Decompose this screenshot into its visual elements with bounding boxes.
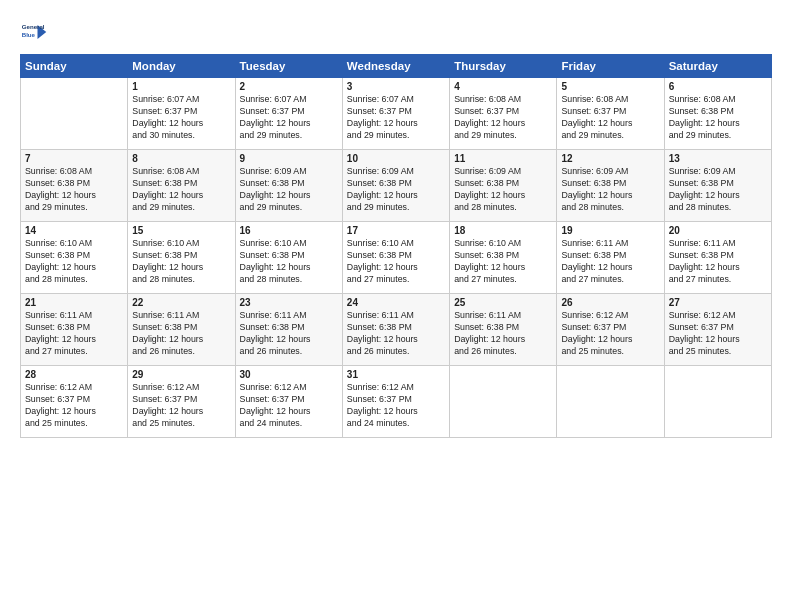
day-cell: 31Sunrise: 6:12 AM Sunset: 6:37 PM Dayli… xyxy=(342,366,449,438)
day-info: Sunrise: 6:12 AM Sunset: 6:37 PM Dayligh… xyxy=(132,382,230,430)
day-number: 24 xyxy=(347,297,445,308)
day-number: 5 xyxy=(561,81,659,92)
day-info: Sunrise: 6:07 AM Sunset: 6:37 PM Dayligh… xyxy=(132,94,230,142)
day-number: 7 xyxy=(25,153,123,164)
calendar-table: SundayMondayTuesdayWednesdayThursdayFrid… xyxy=(20,54,772,438)
col-header-sunday: Sunday xyxy=(21,55,128,78)
day-cell: 5Sunrise: 6:08 AM Sunset: 6:37 PM Daylig… xyxy=(557,78,664,150)
day-number: 6 xyxy=(669,81,767,92)
day-cell: 15Sunrise: 6:10 AM Sunset: 6:38 PM Dayli… xyxy=(128,222,235,294)
day-info: Sunrise: 6:12 AM Sunset: 6:37 PM Dayligh… xyxy=(347,382,445,430)
day-number: 1 xyxy=(132,81,230,92)
day-info: Sunrise: 6:12 AM Sunset: 6:37 PM Dayligh… xyxy=(561,310,659,358)
day-number: 19 xyxy=(561,225,659,236)
day-cell: 25Sunrise: 6:11 AM Sunset: 6:38 PM Dayli… xyxy=(450,294,557,366)
svg-text:Blue: Blue xyxy=(22,31,36,38)
day-cell: 22Sunrise: 6:11 AM Sunset: 6:38 PM Dayli… xyxy=(128,294,235,366)
day-number: 29 xyxy=(132,369,230,380)
day-number: 17 xyxy=(347,225,445,236)
day-cell xyxy=(450,366,557,438)
day-cell: 21Sunrise: 6:11 AM Sunset: 6:38 PM Dayli… xyxy=(21,294,128,366)
day-cell: 9Sunrise: 6:09 AM Sunset: 6:38 PM Daylig… xyxy=(235,150,342,222)
day-cell: 3Sunrise: 6:07 AM Sunset: 6:37 PM Daylig… xyxy=(342,78,449,150)
day-cell: 17Sunrise: 6:10 AM Sunset: 6:38 PM Dayli… xyxy=(342,222,449,294)
header: General Blue xyxy=(20,18,772,46)
day-number: 15 xyxy=(132,225,230,236)
week-row-2: 7Sunrise: 6:08 AM Sunset: 6:38 PM Daylig… xyxy=(21,150,772,222)
day-info: Sunrise: 6:10 AM Sunset: 6:38 PM Dayligh… xyxy=(347,238,445,286)
day-info: Sunrise: 6:09 AM Sunset: 6:38 PM Dayligh… xyxy=(669,166,767,214)
day-info: Sunrise: 6:11 AM Sunset: 6:38 PM Dayligh… xyxy=(240,310,338,358)
day-info: Sunrise: 6:09 AM Sunset: 6:38 PM Dayligh… xyxy=(347,166,445,214)
day-cell: 20Sunrise: 6:11 AM Sunset: 6:38 PM Dayli… xyxy=(664,222,771,294)
day-number: 30 xyxy=(240,369,338,380)
day-info: Sunrise: 6:11 AM Sunset: 6:38 PM Dayligh… xyxy=(669,238,767,286)
day-cell xyxy=(557,366,664,438)
day-number: 3 xyxy=(347,81,445,92)
day-cell: 19Sunrise: 6:11 AM Sunset: 6:38 PM Dayli… xyxy=(557,222,664,294)
day-info: Sunrise: 6:10 AM Sunset: 6:38 PM Dayligh… xyxy=(240,238,338,286)
day-cell: 4Sunrise: 6:08 AM Sunset: 6:37 PM Daylig… xyxy=(450,78,557,150)
day-number: 26 xyxy=(561,297,659,308)
week-row-5: 28Sunrise: 6:12 AM Sunset: 6:37 PM Dayli… xyxy=(21,366,772,438)
day-info: Sunrise: 6:08 AM Sunset: 6:37 PM Dayligh… xyxy=(561,94,659,142)
day-cell: 28Sunrise: 6:12 AM Sunset: 6:37 PM Dayli… xyxy=(21,366,128,438)
day-number: 20 xyxy=(669,225,767,236)
day-info: Sunrise: 6:07 AM Sunset: 6:37 PM Dayligh… xyxy=(240,94,338,142)
day-cell: 1Sunrise: 6:07 AM Sunset: 6:37 PM Daylig… xyxy=(128,78,235,150)
day-cell xyxy=(664,366,771,438)
day-info: Sunrise: 6:09 AM Sunset: 6:38 PM Dayligh… xyxy=(240,166,338,214)
day-number: 28 xyxy=(25,369,123,380)
day-info: Sunrise: 6:09 AM Sunset: 6:38 PM Dayligh… xyxy=(561,166,659,214)
day-info: Sunrise: 6:10 AM Sunset: 6:38 PM Dayligh… xyxy=(132,238,230,286)
day-info: Sunrise: 6:11 AM Sunset: 6:38 PM Dayligh… xyxy=(132,310,230,358)
day-info: Sunrise: 6:12 AM Sunset: 6:37 PM Dayligh… xyxy=(669,310,767,358)
page: General Blue SundayMondayTuesdayWednesda… xyxy=(0,0,792,448)
day-number: 16 xyxy=(240,225,338,236)
col-header-tuesday: Tuesday xyxy=(235,55,342,78)
day-info: Sunrise: 6:07 AM Sunset: 6:37 PM Dayligh… xyxy=(347,94,445,142)
day-cell: 16Sunrise: 6:10 AM Sunset: 6:38 PM Dayli… xyxy=(235,222,342,294)
header-row: SundayMondayTuesdayWednesdayThursdayFrid… xyxy=(21,55,772,78)
day-cell: 18Sunrise: 6:10 AM Sunset: 6:38 PM Dayli… xyxy=(450,222,557,294)
day-cell: 24Sunrise: 6:11 AM Sunset: 6:38 PM Dayli… xyxy=(342,294,449,366)
day-cell: 11Sunrise: 6:09 AM Sunset: 6:38 PM Dayli… xyxy=(450,150,557,222)
day-number: 4 xyxy=(454,81,552,92)
day-cell: 26Sunrise: 6:12 AM Sunset: 6:37 PM Dayli… xyxy=(557,294,664,366)
day-cell xyxy=(21,78,128,150)
day-info: Sunrise: 6:12 AM Sunset: 6:37 PM Dayligh… xyxy=(25,382,123,430)
day-number: 9 xyxy=(240,153,338,164)
day-cell: 14Sunrise: 6:10 AM Sunset: 6:38 PM Dayli… xyxy=(21,222,128,294)
day-cell: 6Sunrise: 6:08 AM Sunset: 6:38 PM Daylig… xyxy=(664,78,771,150)
day-info: Sunrise: 6:08 AM Sunset: 6:38 PM Dayligh… xyxy=(669,94,767,142)
day-cell: 12Sunrise: 6:09 AM Sunset: 6:38 PM Dayli… xyxy=(557,150,664,222)
logo-icon: General Blue xyxy=(20,18,48,46)
day-number: 18 xyxy=(454,225,552,236)
week-row-1: 1Sunrise: 6:07 AM Sunset: 6:37 PM Daylig… xyxy=(21,78,772,150)
week-row-4: 21Sunrise: 6:11 AM Sunset: 6:38 PM Dayli… xyxy=(21,294,772,366)
col-header-monday: Monday xyxy=(128,55,235,78)
day-number: 13 xyxy=(669,153,767,164)
day-number: 11 xyxy=(454,153,552,164)
day-cell: 23Sunrise: 6:11 AM Sunset: 6:38 PM Dayli… xyxy=(235,294,342,366)
col-header-wednesday: Wednesday xyxy=(342,55,449,78)
logo: General Blue xyxy=(20,18,48,46)
day-cell: 13Sunrise: 6:09 AM Sunset: 6:38 PM Dayli… xyxy=(664,150,771,222)
day-number: 2 xyxy=(240,81,338,92)
day-info: Sunrise: 6:10 AM Sunset: 6:38 PM Dayligh… xyxy=(454,238,552,286)
day-number: 21 xyxy=(25,297,123,308)
day-number: 22 xyxy=(132,297,230,308)
day-cell: 8Sunrise: 6:08 AM Sunset: 6:38 PM Daylig… xyxy=(128,150,235,222)
day-number: 8 xyxy=(132,153,230,164)
day-info: Sunrise: 6:12 AM Sunset: 6:37 PM Dayligh… xyxy=(240,382,338,430)
day-info: Sunrise: 6:11 AM Sunset: 6:38 PM Dayligh… xyxy=(454,310,552,358)
day-number: 25 xyxy=(454,297,552,308)
col-header-saturday: Saturday xyxy=(664,55,771,78)
day-number: 23 xyxy=(240,297,338,308)
day-cell: 10Sunrise: 6:09 AM Sunset: 6:38 PM Dayli… xyxy=(342,150,449,222)
day-info: Sunrise: 6:11 AM Sunset: 6:38 PM Dayligh… xyxy=(25,310,123,358)
week-row-3: 14Sunrise: 6:10 AM Sunset: 6:38 PM Dayli… xyxy=(21,222,772,294)
day-info: Sunrise: 6:08 AM Sunset: 6:38 PM Dayligh… xyxy=(132,166,230,214)
day-number: 10 xyxy=(347,153,445,164)
day-info: Sunrise: 6:08 AM Sunset: 6:37 PM Dayligh… xyxy=(454,94,552,142)
